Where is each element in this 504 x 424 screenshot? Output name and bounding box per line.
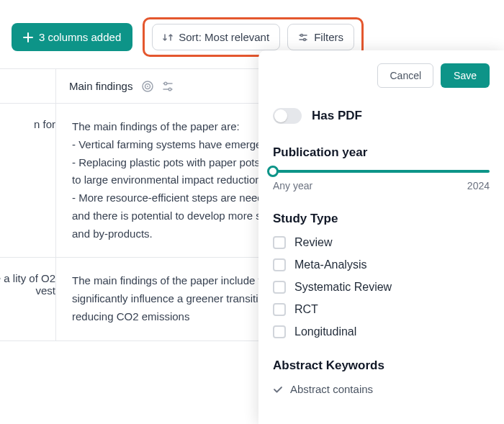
study-type-text: Longitudinal [294,325,356,338]
study-type-label: Study Type [273,212,490,226]
study-type-list: Review Meta-Analysis Systematic Review R… [273,236,490,338]
study-type-option[interactable]: Meta-Analysis [273,258,490,271]
svg-point-0 [301,34,303,36]
publication-year-label: Publication year [273,145,490,160]
save-button[interactable]: Save [441,63,490,88]
slider-max-label: 2024 [467,180,490,191]
sliders-icon [298,32,308,42]
study-type-option[interactable]: Longitudinal [273,325,490,338]
study-type-option[interactable]: RCT [273,303,490,316]
column-sliders-icon[interactable] [161,80,174,93]
abstract-contains-row[interactable]: Abstract contains [273,383,490,395]
abstract-keywords-label: Abstract Keywords [273,358,490,373]
column-findings-header: Main findings [69,80,132,92]
svg-point-6 [169,88,172,91]
filters-label: Filters [314,31,343,43]
sort-button[interactable]: Sort: Most relevant [152,24,280,50]
slider-min-label: Any year [273,180,312,191]
row-left-fragment: n for [0,104,56,257]
has-pdf-label: Has PDF [312,109,362,123]
abstract-contains-label: Abstract contains [290,383,373,395]
sort-icon [163,32,173,42]
columns-added-label: 3 columns added [39,31,121,43]
checkbox-icon [273,281,286,294]
svg-point-1 [304,38,306,40]
checkbox-icon [273,325,286,338]
checkbox-icon [273,236,286,249]
plus-icon [23,32,33,42]
study-type-option[interactable]: Systematic Review [273,281,490,294]
sort-label: Sort: Most relevant [179,31,269,43]
study-type-text: Review [294,236,332,249]
study-type-text: Systematic Review [294,281,392,294]
study-type-option[interactable]: Review [273,236,490,249]
target-icon[interactable] [141,80,154,93]
has-pdf-toggle[interactable] [273,108,302,124]
column-a-header [0,69,56,103]
checkbox-icon [273,303,286,316]
year-slider-thumb[interactable] [267,166,279,177]
filters-panel: Cancel Save Has PDF Publication year Any… [258,50,504,424]
svg-point-4 [147,86,148,87]
cancel-button[interactable]: Cancel [377,63,433,88]
row-left-fragment: ce a lity of O2 vest [0,258,56,340]
filters-button[interactable]: Filters [287,24,354,50]
checkbox-icon [273,258,286,271]
year-slider[interactable] [273,170,490,173]
study-type-text: Meta-Analysis [294,258,366,271]
svg-point-5 [165,82,168,85]
columns-added-button[interactable]: 3 columns added [12,23,132,51]
check-icon [273,384,283,394]
study-type-text: RCT [294,303,318,316]
